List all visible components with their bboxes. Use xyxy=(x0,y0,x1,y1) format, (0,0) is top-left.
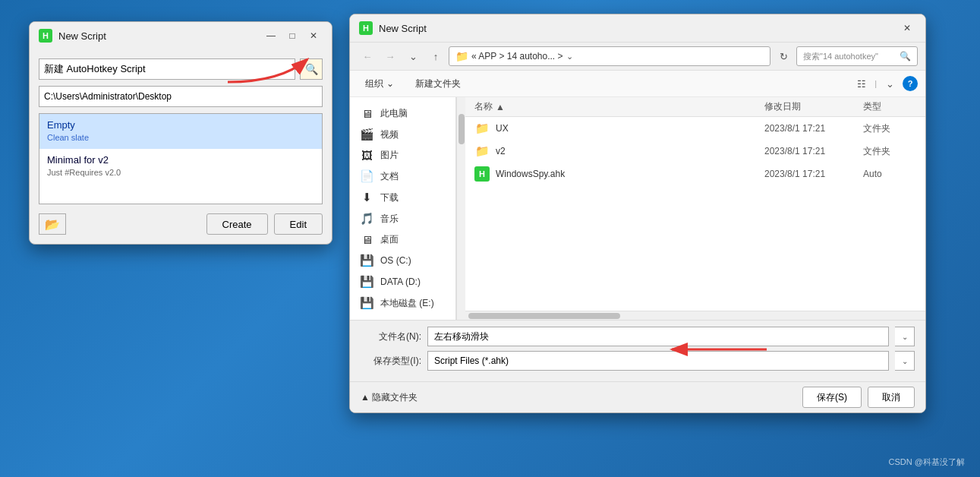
sidebar-item-pc[interactable]: 🖥 此电脑 xyxy=(350,103,455,124)
column-name[interactable]: 名称 ▲ xyxy=(474,100,764,113)
forward-button[interactable]: → xyxy=(380,46,400,66)
view-dropdown-button[interactable]: ⌄ xyxy=(880,74,900,93)
organize-button[interactable]: 组织 ⌄ xyxy=(358,74,402,93)
left-maximize-button[interactable]: □ xyxy=(283,28,301,43)
path-breadcrumb[interactable]: 📁 « APP > 14 autoho... > ⌄ xyxy=(449,46,770,66)
left-new-script-dialog: H New Script — □ ✕ 🔍 Empty Clean slate M… xyxy=(29,21,332,245)
right-titlebar: H New Script ✕ xyxy=(350,14,925,43)
filetype-label: 保存类型(I): xyxy=(361,355,421,368)
sidebar-item-label-video: 视频 xyxy=(380,128,399,141)
file-date-v2: 2023/8/1 17:21 xyxy=(764,146,863,156)
column-type[interactable]: 类型 xyxy=(863,100,916,113)
refresh-button[interactable]: ↻ xyxy=(774,46,793,66)
filetype-input[interactable] xyxy=(427,351,889,371)
right-file-dialog: H New Script ✕ ← → ⌄ ↑ 📁 « APP > 14 auto… xyxy=(349,14,926,413)
dropdown-button[interactable]: ⌄ xyxy=(403,46,423,66)
search-icon[interactable]: 🔍 xyxy=(900,51,911,62)
sidebar-item-pictures[interactable]: 🖼 图片 xyxy=(350,145,455,166)
template-empty-title: Empty xyxy=(47,118,314,132)
pictures-icon: 🖼 xyxy=(359,149,374,162)
organize-label: 组织 xyxy=(365,77,383,90)
file-type-windowspy: Auto xyxy=(863,169,916,179)
folder-v2-icon: 📁 xyxy=(474,144,490,159)
filename-row: 文件名(N): ⌄ xyxy=(361,327,915,346)
template-minimal[interactable]: Minimal for v2 Just #Requires v2.0 xyxy=(39,149,322,184)
sidebar-item-data-d[interactable]: 💾 DATA (D:) xyxy=(350,271,455,292)
file-date-ux: 2023/8/1 17:21 xyxy=(764,123,863,134)
file-list-header: 名称 ▲ 修改日期 类型 xyxy=(465,97,925,117)
file-row-windowspy[interactable]: H WindowsSpy.ahk 2023/8/1 17:21 Auto xyxy=(465,163,925,185)
cancel-button[interactable]: 取消 xyxy=(868,387,915,408)
sidebar-scrollbar[interactable] xyxy=(456,97,465,320)
sidebar-item-label-downloads: 下载 xyxy=(380,191,399,204)
template-empty[interactable]: Empty Clean slate xyxy=(39,114,322,149)
script-name-input[interactable] xyxy=(39,58,295,80)
file-type-ux: 文件夹 xyxy=(863,122,916,135)
help-button[interactable]: ? xyxy=(903,76,918,91)
downloads-icon: ⬇ xyxy=(359,191,374,204)
back-button[interactable]: ← xyxy=(358,46,377,66)
horizontal-scrollbar[interactable] xyxy=(465,311,925,320)
file-name-ux: UX xyxy=(496,123,764,134)
left-titlebar: H New Script — □ ✕ xyxy=(30,22,332,49)
filename-dropdown-button[interactable]: ⌄ xyxy=(895,327,915,346)
dialog-footer: 📂 Create Edit xyxy=(39,213,323,235)
filename-label: 文件名(N): xyxy=(361,330,421,343)
documents-icon: 📄 xyxy=(359,169,374,183)
sort-arrow-icon: ▲ xyxy=(496,102,505,112)
filetype-dropdown-button[interactable]: ⌄ xyxy=(895,351,915,371)
filename-input[interactable] xyxy=(427,327,889,346)
script-name-row: 🔍 xyxy=(39,58,323,80)
hscroll-thumb[interactable] xyxy=(468,313,620,319)
right-win-controls: ✕ xyxy=(898,21,916,36)
file-row-ux[interactable]: 📁 UX 2023/8/1 17:21 文件夹 xyxy=(465,117,925,140)
edit-button[interactable]: Edit xyxy=(274,213,323,235)
path-dropdown-arrow: ⌄ xyxy=(566,52,573,62)
up-button[interactable]: ↑ xyxy=(426,46,446,66)
right-app-icon: H xyxy=(359,21,373,35)
left-dialog-body: 🔍 Empty Clean slate Minimal for v2 Just … xyxy=(30,49,332,244)
save-button[interactable]: 保存(S) xyxy=(802,387,862,408)
column-name-label: 名称 xyxy=(474,100,493,113)
desktop-icon: 🖥 xyxy=(359,233,374,246)
drive-d-icon: 💾 xyxy=(359,275,374,289)
browse-button[interactable]: 🔍 xyxy=(300,58,323,80)
sidebar-item-os-c[interactable]: 💾 OS (C:) xyxy=(350,250,455,271)
column-modified[interactable]: 修改日期 xyxy=(764,100,863,113)
new-folder-button[interactable]: 新建文件夹 xyxy=(408,74,468,93)
right-dialog-title: New Script xyxy=(379,23,898,34)
sidebar-scroll-thumb[interactable] xyxy=(458,114,465,144)
file-type-v2: 文件夹 xyxy=(863,145,916,158)
sidebar-item-local-e[interactable]: 💾 本地磁盘 (E:) xyxy=(350,292,455,314)
sidebar-item-downloads[interactable]: ⬇ 下载 xyxy=(350,187,455,208)
bottom-actions: ▲ 隐藏文件夹 保存(S) 取消 xyxy=(350,381,925,412)
file-name-v2: v2 xyxy=(496,146,764,156)
file-list: 📁 UX 2023/8/1 17:21 文件夹 📁 v2 2023/8/1 17… xyxy=(465,117,925,311)
sidebar-item-desktop[interactable]: 🖥 桌面 xyxy=(350,229,455,250)
pc-icon: 🖥 xyxy=(359,107,374,120)
sidebar-item-music[interactable]: 🎵 音乐 xyxy=(350,208,455,229)
sidebar-item-label-local-e: 本地磁盘 (E:) xyxy=(380,297,434,310)
view-toggle: ☷ | ⌄ ? xyxy=(852,74,918,93)
drive-e-icon: 💾 xyxy=(359,296,374,310)
path-folder-icon: 📁 xyxy=(455,50,468,62)
sidebar-item-video[interactable]: 🎬 视频 xyxy=(350,124,455,145)
right-close-button[interactable]: ✕ xyxy=(898,21,916,36)
file-row-v2[interactable]: 📁 v2 2023/8/1 17:21 文件夹 xyxy=(465,140,925,163)
music-icon: 🎵 xyxy=(359,212,374,226)
main-file-area: 名称 ▲ 修改日期 类型 📁 UX 2023/8/1 17:21 文件夹 📁 v… xyxy=(465,97,925,320)
view-divider: | xyxy=(874,79,877,88)
path-text: « APP > 14 autoho... > xyxy=(471,51,563,62)
sidebar-item-documents[interactable]: 📄 文档 xyxy=(350,166,455,187)
path-input[interactable] xyxy=(39,86,323,107)
left-minimize-button[interactable]: — xyxy=(262,28,280,43)
create-button[interactable]: Create xyxy=(206,213,268,235)
left-close-button[interactable]: ✕ xyxy=(304,28,323,43)
view-mode-button[interactable]: ☷ xyxy=(852,74,871,93)
hide-folders-link[interactable]: ▲ 隐藏文件夹 xyxy=(361,391,418,404)
template-minimal-title: Minimal for v2 xyxy=(47,153,314,167)
folder-icon-button[interactable]: 📂 xyxy=(39,213,66,235)
template-minimal-desc: Just #Requires v2.0 xyxy=(47,167,314,178)
drive-c-icon: 💾 xyxy=(359,254,374,267)
file-date-windowspy: 2023/8/1 17:21 xyxy=(764,169,863,179)
